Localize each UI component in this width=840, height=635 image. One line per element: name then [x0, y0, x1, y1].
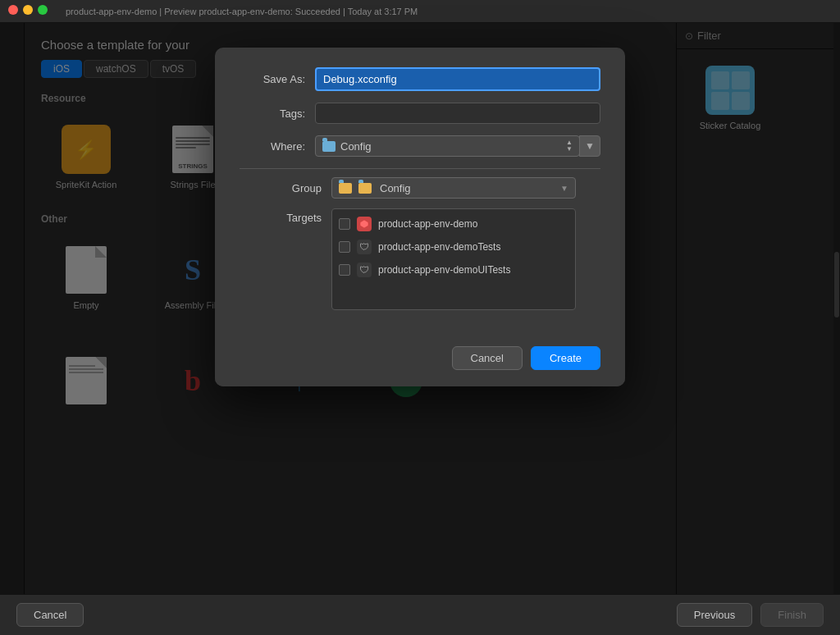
where-dropdown[interactable]: Config ▲ ▼: [315, 135, 580, 157]
target-checkbox-tests[interactable]: [339, 241, 350, 253]
target-name-tests: product-app-env-demoTests: [378, 241, 500, 253]
maximize-button[interactable]: [38, 5, 48, 15]
target-item-uitests[interactable]: 🛡 product-app-env-demoUITests: [332, 258, 575, 281]
where-label: Where:: [240, 140, 305, 153]
previous-button[interactable]: Previous: [677, 603, 753, 627]
modal-actions: Cancel Create: [215, 335, 625, 386]
group-value: Config: [380, 182, 411, 194]
traffic-lights: [8, 5, 48, 15]
tags-row: Tags:: [240, 103, 600, 124]
modal-divider: [240, 168, 600, 169]
cancel-button[interactable]: Cancel: [16, 603, 84, 627]
target-item-tests[interactable]: 🛡 product-app-env-demoTests: [332, 235, 575, 258]
finish-button[interactable]: Finish: [760, 603, 824, 627]
group-dropdown[interactable]: Config ▼: [331, 177, 576, 199]
app-target-icon: [357, 217, 372, 231]
group-folder-icon-2: [358, 183, 372, 194]
bottom-bar: Cancel Previous Finish: [0, 594, 840, 635]
group-folder-icon: [339, 183, 352, 194]
bottom-right: Previous Finish: [677, 603, 824, 627]
target-name-app: product-app-env-demo: [378, 218, 477, 230]
tags-input[interactable]: [315, 103, 600, 124]
tags-label: Tags:: [240, 107, 305, 120]
main-area: Choose a template for your iOS watchOS t…: [0, 23, 840, 594]
targets-label: Targets: [264, 208, 322, 224]
save-as-row: Save As:: [240, 67, 600, 91]
test-target-icon-1: 🛡: [357, 240, 372, 254]
group-label: Group: [264, 182, 322, 194]
where-value: Config: [340, 140, 372, 153]
targets-row: Targets product-app-env-demo: [240, 208, 600, 310]
target-checkbox-uitests[interactable]: [339, 264, 350, 276]
targets-spacer: [332, 281, 575, 306]
title-bar: product-app-env-demo | Preview product-a…: [0, 0, 840, 23]
save-as-input[interactable]: [315, 67, 600, 91]
group-row: Group Config ▼: [240, 177, 600, 199]
group-dropdown-arrow: ▼: [560, 184, 568, 193]
close-button[interactable]: [8, 5, 18, 15]
window-title: product-app-env-demo | Preview product-a…: [66, 7, 418, 16]
test-target-icon-2: 🛡: [357, 263, 372, 277]
modal-cancel-button[interactable]: Cancel: [452, 346, 523, 370]
minimize-button[interactable]: [23, 5, 33, 15]
save-dialog: Save As: Tags: Where: Config: [215, 48, 625, 386]
bottom-left: Cancel: [16, 603, 84, 627]
targets-list: product-app-env-demo 🛡 product-app-env-d…: [331, 208, 576, 310]
stepper-arrows: ▲ ▼: [566, 139, 573, 153]
target-item-app[interactable]: product-app-env-demo: [332, 212, 575, 235]
where-row: Where: Config ▲ ▼: [240, 135, 600, 157]
target-checkbox-app[interactable]: [339, 218, 350, 230]
modal-create-button[interactable]: Create: [531, 346, 600, 370]
modal-overlay: Save As: Tags: Where: Config: [0, 23, 840, 594]
save-as-label: Save As:: [240, 73, 305, 85]
target-name-uitests: product-app-env-demoUITests: [378, 264, 510, 276]
where-expand-button[interactable]: ▼: [579, 135, 600, 157]
folder-icon: [322, 141, 336, 152]
modal-body: Save As: Tags: Where: Config: [215, 48, 625, 335]
